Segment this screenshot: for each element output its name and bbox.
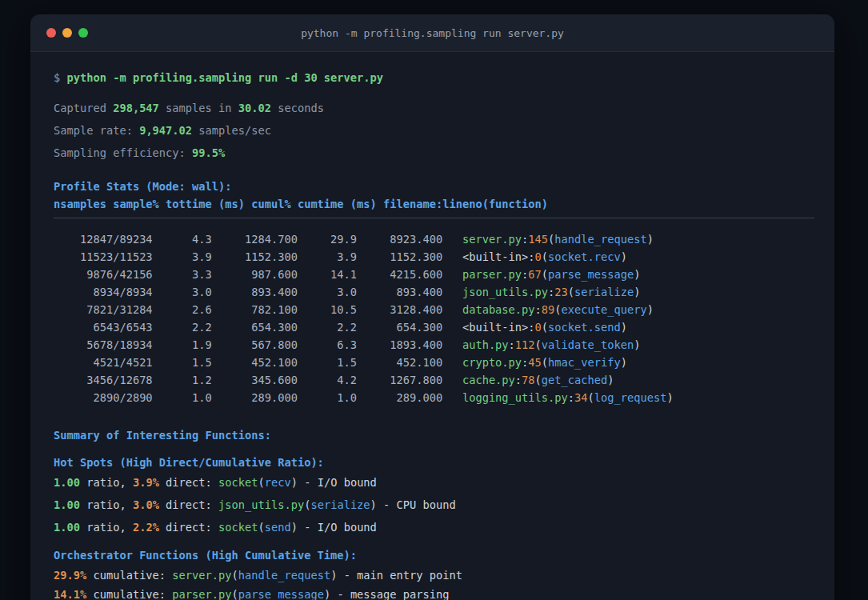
text-segment: validate_token [542,338,634,351]
text-segment: ) [291,521,298,534]
text-segment: 9876/42156 3.3 987.600 14.1 4215.600 [54,268,462,281]
traffic-lights [46,28,88,38]
text-segment: - main entry point [337,569,462,582]
text-segment: : [528,321,534,334]
text-segment: 30.02 [238,102,271,114]
close-button[interactable] [46,28,56,38]
text-segment: ) [291,476,298,489]
text-segment: 3456/12678 1.2 345.600 4.2 1267.800 [54,374,462,386]
text-segment: ratio, [80,498,133,511]
text-segment: log_request [594,391,667,404]
text-segment: database.py [462,303,535,316]
text-segment: : [509,338,515,351]
text-segment: - message parsing [330,588,449,600]
text-segment: serialize [574,286,634,298]
terminal-window: python -m profiling.sampling run server.… [30,14,834,600]
text-segment: ) [634,286,640,298]
text-segment: 6543/6543 2.2 654.300 2.2 654.300 [54,321,462,334]
text-segment: socket [218,476,258,489]
table-row: 8934/8934 3.0 893.400 3.0 893.400 json_u… [54,283,814,301]
text-segment: nsamples sample% tottime (ms) cumul% cum… [54,198,548,210]
text-segment: 45 [528,356,541,369]
text-segment: cumulative: [86,569,172,582]
text-segment: 3.9% [133,476,159,489]
text-segment: hmac_verify [548,356,621,369]
title-bar[interactable]: python -m profiling.sampling run server.… [30,14,834,52]
text-segment: Sample rate: [54,124,139,137]
text-segment: 298,547 [113,102,159,114]
sample-rate-line: Sample rate: 9,947.02 samples/sec [54,122,814,139]
text-segment: ( [535,338,542,351]
text-segment: ) [370,498,377,511]
table-row: 4521/4521 1.5 452.100 1.5 452.100 crypto… [54,354,814,371]
text-segment: : [515,374,522,386]
text-segment: 145 [528,233,548,246]
text-segment: ) [647,233,654,246]
maximize-button[interactable] [78,28,88,38]
table-header: nsamples sample% tottime (ms) cumul% cum… [54,195,814,213]
table-row: 7821/31284 2.6 782.100 10.5 3128.400 dat… [54,301,814,318]
profile-stats-heading: Profile Stats (Mode: wall): [54,178,814,195]
text-segment: socket [218,521,258,534]
text-segment: 89 [542,303,554,316]
text-segment: execute_query [562,303,647,316]
text-segment: 34 [574,391,587,404]
text-segment: ( [542,356,548,369]
text-segment: : [535,303,542,316]
text-segment: socket.recv [548,250,621,263]
text-segment: 0 [535,321,542,334]
text-segment: auth.py [462,338,509,351]
text-segment: Sampling efficiency: [54,146,192,159]
text-segment: ( [232,588,238,600]
text-segment: seconds [271,102,324,114]
text-segment: : [568,391,574,404]
text-segment: - I/O bound [298,476,377,489]
text-segment: ( [588,391,594,404]
text-segment: 1.00 [54,521,80,534]
text-segment: ( [554,303,561,316]
text-segment: Orchestrator Functions (High Cumulative … [54,549,357,562]
text-segment: 78 [522,374,534,386]
text-segment: ) [607,374,614,386]
orchestrator-heading: Orchestrator Functions (High Cumulative … [54,546,814,564]
text-segment: logging_utils.py [462,391,568,404]
text-segment: cumulative: [86,588,172,600]
text-segment: ( [542,321,548,334]
text-segment: handle_request [554,233,646,246]
window-title: python -m profiling.sampling run server.… [301,27,564,39]
text-segment: ) [621,356,627,369]
minimize-button[interactable] [62,28,72,38]
text-segment: 67 [528,268,541,281]
text-segment: json_utils.py [462,286,548,298]
command-line: $ python -m profiling.sampling run -d 30… [54,69,814,86]
orchestrator-line: 29.9% cumulative: server.py(handle_reque… [54,566,814,584]
text-segment: send [265,521,291,534]
hot-spots-heading: Hot Spots (High Direct/Cumulative Ratio)… [54,454,814,471]
table-row: 6543/6543 2.2 654.300 2.2 654.300 <built… [54,318,814,336]
hot-spot-line: 1.00 ratio, 2.2% direct: socket(send) - … [54,518,814,536]
text-segment: parser.py [462,268,522,281]
text-segment: 9,947.02 [139,124,192,137]
table-row: 3456/12678 1.2 345.600 4.2 1267.800 cach… [54,371,814,389]
text-segment: 7821/31284 2.6 782.100 10.5 3128.400 [54,303,462,316]
text-segment: - CPU bound [377,498,456,511]
text-segment: ) [621,250,627,263]
text-segment: cache.py [462,374,515,386]
text-segment: Hot Spots (High Direct/Cumulative Ratio)… [54,456,324,469]
text-segment: 3.0% [133,498,159,511]
text-segment: serialize [310,498,370,511]
text-segment: recv [265,476,291,489]
hot-spot-line: 1.00 ratio, 3.0% direct: json_utils.py(s… [54,496,814,514]
text-segment: 11523/11523 3.9 1152.300 3.9 1152.300 [54,250,462,263]
text-segment: - I/O bound [298,521,377,534]
text-segment: ) [324,588,330,600]
text-segment: 2.2% [133,521,159,534]
text-segment: direct: [159,498,218,511]
text-segment: ) [666,391,673,404]
text-segment: 23 [554,286,567,298]
table-row: 2890/2890 1.0 289.000 1.0 289.000 loggin… [54,389,814,406]
text-segment: socket.send [548,321,621,334]
text-segment: : [528,250,534,263]
text-segment: 112 [515,338,535,351]
orchestrator-line: 14.1% cumulative: parser.py(parse_messag… [54,586,814,600]
